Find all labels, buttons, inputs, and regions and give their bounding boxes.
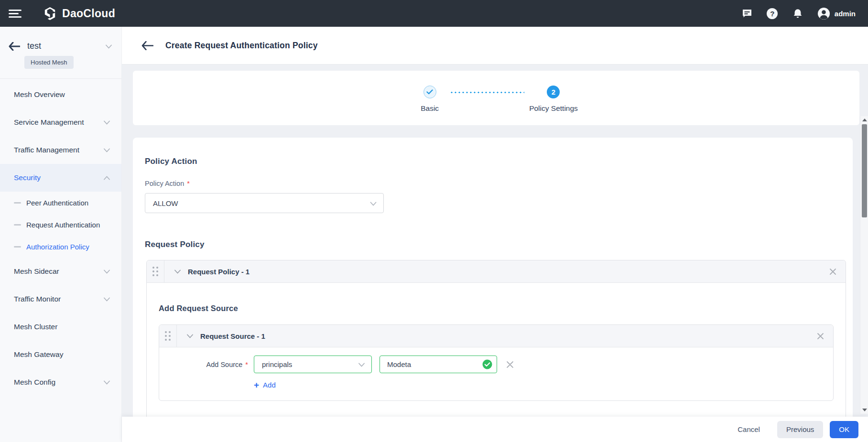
request-policy-card-title: Request Policy - 1 — [188, 268, 250, 276]
sidebar-item-label: Security — [14, 173, 41, 182]
brand-logo[interactable]: DaoCloud — [43, 6, 115, 21]
sidebar-item-label: Mesh Sidecar — [14, 267, 59, 276]
stepper-connector — [450, 92, 524, 93]
drag-handle[interactable] — [159, 325, 177, 347]
request-policy-card-body: Add Request Source Request Source - 1 — [147, 283, 846, 420]
add-source-label: Add Source* — [159, 361, 248, 368]
sidebar-item-traffic-monitor[interactable]: Traffic Monitor — [0, 285, 121, 313]
drag-handle[interactable] — [147, 260, 164, 282]
sidebar-item-service-management[interactable]: Service Management — [0, 108, 121, 136]
page-back-arrow-icon[interactable] — [141, 41, 153, 50]
sidebar-item-security[interactable]: Security — [0, 164, 121, 192]
required-asterisk: * — [187, 180, 190, 187]
daocloud-logo-icon — [43, 6, 57, 21]
app-root: DaoCloud ? admin test — [0, 0, 868, 442]
request-source-card-header: Request Source - 1 — [159, 325, 833, 347]
sidebar-item-mesh-gateway[interactable]: Mesh Gateway — [0, 341, 121, 368]
sidebar-item-mesh-config[interactable]: Mesh Config — [0, 368, 121, 396]
request-policy-card-header: Request Policy - 1 — [147, 260, 846, 283]
sidebar-item-label: Mesh Cluster — [14, 323, 57, 331]
dash-icon — [14, 202, 21, 204]
username-label: admin — [835, 10, 856, 18]
sidebar-item-mesh-sidecar[interactable]: Mesh Sidecar — [0, 258, 121, 285]
sidebar-item-mesh-overview[interactable]: Mesh Overview — [0, 81, 121, 108]
ok-button[interactable]: OK — [830, 421, 858, 438]
hosted-mesh-badge: Hosted Mesh — [24, 56, 74, 69]
stepper-card: Basic 2 Policy Settings — [133, 71, 859, 125]
sidebar-item-label: Service Management — [14, 118, 84, 127]
chevron-down-icon — [370, 199, 377, 207]
mesh-name-label: test — [27, 41, 41, 51]
topbar: DaoCloud ? admin — [0, 0, 868, 27]
help-icon[interactable]: ? — [767, 8, 778, 19]
dash-icon — [14, 224, 21, 226]
policy-action-heading: Policy Action — [145, 157, 846, 166]
source-value-field — [380, 356, 497, 373]
policy-settings-form-card: Policy Action Policy Action* ALLOW Reque… — [133, 138, 853, 442]
content-area: Basic 2 Policy Settings Policy Action Po… — [122, 64, 868, 442]
user-menu[interactable]: admin — [817, 7, 856, 20]
step-number-badge: 2 — [547, 86, 560, 98]
chevron-down-icon — [104, 270, 110, 274]
plus-icon: + — [254, 380, 259, 389]
brand-name: DaoCloud — [62, 7, 115, 20]
vertical-scrollbar[interactable] — [860, 116, 868, 414]
source-type-select-value: principals — [262, 360, 292, 368]
request-policy-card: Request Policy - 1 Add Request Source — [146, 260, 846, 420]
messages-icon[interactable] — [741, 8, 753, 19]
request-source-card-title: Request Source - 1 — [200, 332, 265, 340]
step-policy-settings[interactable]: 2 Policy Settings — [529, 86, 578, 113]
chevron-down-icon — [104, 120, 110, 125]
policy-action-select-value: ALLOW — [153, 199, 178, 207]
valid-check-icon — [482, 359, 492, 371]
sidebar-item-mesh-cluster[interactable]: Mesh Cluster — [0, 313, 121, 341]
required-asterisk: * — [245, 361, 248, 368]
chevron-up-icon — [104, 176, 110, 180]
mesh-header: test — [0, 27, 121, 51]
request-policy-close-icon[interactable] — [829, 268, 836, 275]
chevron-down-icon — [104, 148, 110, 152]
add-source-button[interactable]: + Add — [254, 380, 276, 389]
sidebar-item-label: Peer Authentication — [26, 199, 88, 207]
sidebar: test Hosted Mesh Mesh OverviewService Ma… — [0, 27, 122, 442]
collapse-chevron-down-icon[interactable] — [174, 270, 181, 274]
scrollbar-thumb[interactable] — [862, 124, 867, 217]
dash-icon — [14, 246, 21, 248]
page-title: Create Request Authentication Policy — [165, 41, 318, 51]
chevron-down-icon — [358, 360, 365, 368]
step-basic-label: Basic — [421, 104, 439, 113]
sidebar-item-traffic-management[interactable]: Traffic Management — [0, 136, 121, 164]
add-source-button-label: Add — [263, 381, 276, 389]
mesh-selector-chevron-down-icon[interactable] — [106, 42, 112, 51]
avatar-icon — [817, 7, 830, 20]
sidebar-item-label: Mesh Overview — [14, 90, 65, 99]
sidebar-item-request-authentication[interactable]: Request Authentication — [0, 214, 121, 236]
remove-source-icon[interactable] — [506, 361, 514, 368]
previous-button[interactable]: Previous — [777, 421, 823, 438]
request-source-close-icon[interactable] — [817, 333, 824, 340]
source-type-select[interactable]: principals — [254, 356, 372, 373]
request-source-card-body: Add Source* principals — [159, 347, 833, 400]
collapse-chevron-down-icon[interactable] — [187, 334, 193, 338]
policy-action-field-label: Policy Action* — [145, 180, 846, 187]
scrollbar-down-arrow[interactable] — [860, 406, 868, 414]
chevron-down-icon — [104, 297, 110, 302]
scrollbar-up-arrow[interactable] — [860, 116, 868, 124]
request-source-card: Request Source - 1 Add Source* — [159, 324, 834, 401]
notifications-bell-icon[interactable] — [792, 8, 803, 19]
sidebar-back-arrow-icon[interactable] — [9, 42, 20, 51]
sidebar-item-label: Traffic Monitor — [14, 295, 61, 303]
sidebar-item-authorization-policy[interactable]: Authorization Policy — [0, 236, 121, 258]
request-policy-heading: Request Policy — [145, 240, 846, 249]
sidebar-nav: Mesh OverviewService ManagementTraffic M… — [0, 79, 121, 396]
hamburger-menu-icon[interactable] — [9, 10, 22, 18]
topbar-actions: ? admin — [741, 7, 856, 20]
step-basic[interactable]: Basic — [414, 86, 445, 113]
source-value-input[interactable] — [380, 356, 497, 373]
chevron-down-icon — [104, 380, 110, 385]
sidebar-item-label: Mesh Gateway — [14, 350, 63, 359]
sidebar-item-peer-authentication[interactable]: Peer Authentication — [0, 192, 121, 214]
add-source-row: Add Source* principals — [159, 356, 833, 373]
cancel-button[interactable]: Cancel — [731, 421, 767, 438]
policy-action-select[interactable]: ALLOW — [145, 193, 384, 213]
